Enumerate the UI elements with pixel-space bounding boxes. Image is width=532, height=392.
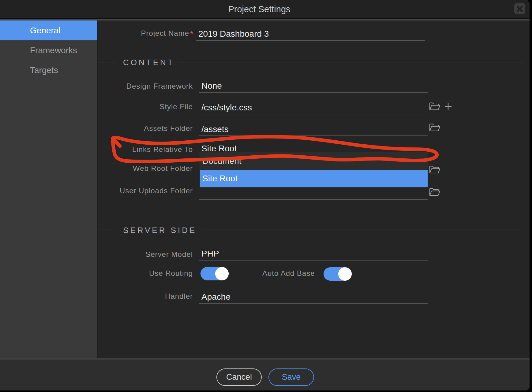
- close-icon: [516, 5, 524, 13]
- sidebar: General Frameworks Targets: [0, 20, 97, 358]
- user-uploads-folder-browse-button[interactable]: [429, 187, 440, 197]
- auto-add-base-label: Auto Add Base: [262, 269, 317, 278]
- server-section-line-right: [201, 230, 523, 230]
- links-relative-to-dropdown: Document Site Root: [200, 152, 428, 187]
- sidebar-item-targets[interactable]: Targets: [0, 60, 97, 80]
- server-model-label: Server Model: [89, 250, 193, 259]
- assets-folder-label: Assets Folder: [89, 124, 193, 133]
- web-root-folder-label: Web Root Folder: [89, 164, 193, 173]
- project-name-label: Project Name: [85, 29, 189, 38]
- content-section-line-right: [178, 62, 523, 62]
- style-file-input[interactable]: /css/style.css: [199, 101, 428, 114]
- style-file-browse-button[interactable]: [429, 102, 440, 111]
- assets-folder-input[interactable]: /assets: [199, 123, 428, 136]
- sidebar-item-general[interactable]: General: [0, 20, 97, 40]
- plus-icon: [444, 102, 452, 111]
- use-routing-toggle[interactable]: [200, 267, 229, 280]
- dialog-title: Project Settings: [0, 4, 519, 14]
- close-button[interactable]: [514, 3, 525, 14]
- content-section-title: CONTENT: [123, 58, 174, 67]
- handler-select[interactable]: Apache: [199, 290, 428, 304]
- toggle-knob: [215, 267, 229, 280]
- project-name-input[interactable]: 2019 Dashboard 3: [196, 28, 425, 41]
- folder-open-icon: [429, 187, 440, 197]
- links-relative-to-label: Links Relative To: [89, 145, 193, 154]
- title-bar: Project Settings: [0, 0, 530, 18]
- user-uploads-folder-label: User Uploads Folder: [89, 186, 193, 195]
- folder-open-icon: [429, 102, 440, 111]
- server-section-line-left: [99, 230, 116, 230]
- web-root-folder-browse-button[interactable]: [429, 165, 440, 174]
- user-uploads-folder-input[interactable]: [199, 187, 428, 200]
- design-framework-select[interactable]: None: [199, 80, 428, 93]
- folder-open-icon: [429, 123, 440, 132]
- design-framework-label: Design Framework: [89, 82, 193, 91]
- assets-folder-browse-button[interactable]: [429, 123, 440, 132]
- required-asterisk: *: [190, 29, 193, 38]
- server-model-select[interactable]: PHP: [199, 247, 428, 261]
- content-section-line-left: [99, 62, 116, 62]
- dropdown-option-document[interactable]: Document: [200, 152, 428, 170]
- use-routing-label: Use Routing: [89, 269, 193, 278]
- server-section-title: SERVER SIDE: [123, 226, 197, 235]
- toggle-knob: [338, 267, 352, 281]
- auto-add-base-toggle[interactable]: [324, 267, 352, 281]
- save-button[interactable]: Save: [268, 368, 314, 386]
- dropdown-option-site-root[interactable]: Site Root: [200, 170, 428, 187]
- cancel-button[interactable]: Cancel: [216, 368, 262, 386]
- sidebar-item-frameworks[interactable]: Frameworks: [0, 40, 97, 60]
- style-file-label: Style File: [89, 102, 193, 111]
- project-settings-dialog: Project Settings General Frameworks Targ…: [0, 0, 530, 390]
- style-file-add-button[interactable]: [444, 102, 452, 111]
- footer-bar: [0, 358, 530, 390]
- folder-open-icon: [429, 165, 440, 174]
- handler-label: Handler: [89, 292, 193, 301]
